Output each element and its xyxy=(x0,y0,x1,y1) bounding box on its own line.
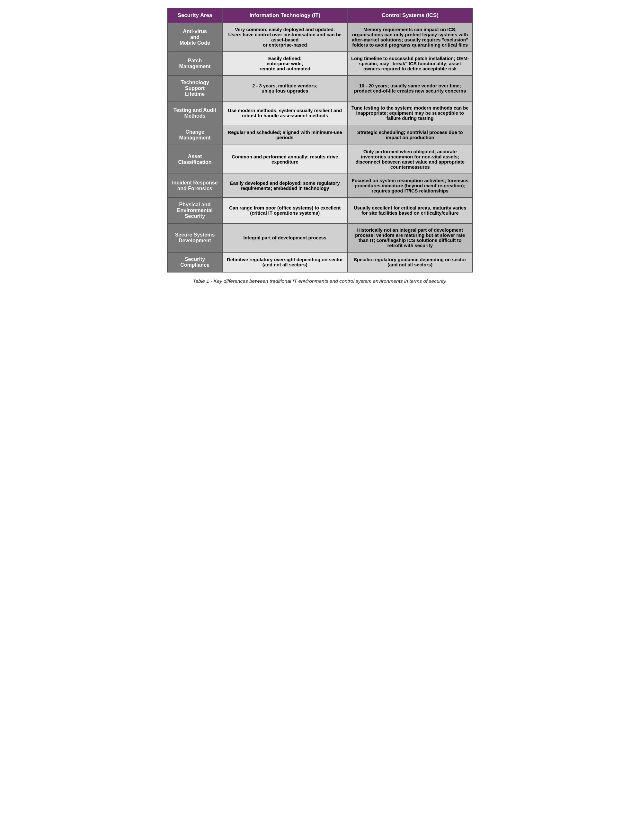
table-header-row: Security Area Information Technology (IT… xyxy=(167,8,473,23)
cell-security-area: Physical and Environmental Security xyxy=(167,198,222,223)
cell-security-area: Secure Systems Development xyxy=(167,223,222,252)
cell-it: Easily developed and deployed; some regu… xyxy=(222,174,348,198)
cell-security-area: Patch Management xyxy=(167,52,222,75)
header-security-area: Security Area xyxy=(167,8,222,23)
cell-security-area: Security Compliance xyxy=(167,252,222,272)
table-row: Technology Support Lifetime2 - 3 years, … xyxy=(167,75,473,101)
table-row: Patch ManagementEasily defined; enterpri… xyxy=(167,52,473,75)
cell-ics: Long timeline to successful patch instal… xyxy=(348,52,473,75)
table-caption: Table 1 - Key differences between tradit… xyxy=(167,278,473,284)
cell-security-area: Testing and Audit Methods xyxy=(167,101,222,125)
cell-it: Integral part of development process xyxy=(222,223,348,252)
cell-ics: Only performed when obligated; accurate … xyxy=(348,145,473,174)
table-row: Physical and Environmental SecurityCan r… xyxy=(167,198,473,223)
cell-ics: Strategic scheduling; nontrivial process… xyxy=(348,125,473,145)
table-row: Testing and Audit MethodsUse modern meth… xyxy=(167,101,473,125)
cell-security-area: Anti-virus and Mobile Code xyxy=(167,23,222,52)
cell-it: Easily defined; enterprise-wide; remote … xyxy=(222,52,348,75)
cell-ics: Tune testing to the system; modern metho… xyxy=(348,101,473,125)
table-row: Security ComplianceDefinitive regulatory… xyxy=(167,252,473,272)
cell-security-area: Technology Support Lifetime xyxy=(167,75,222,101)
cell-ics: 10 - 20 years; usually same vendor over … xyxy=(348,75,473,101)
header-it: Information Technology (IT) xyxy=(222,8,348,23)
cell-it: Can range from poor (office systems) to … xyxy=(222,198,348,223)
cell-ics: Focused on system resumption activities;… xyxy=(348,174,473,198)
cell-security-area: Change Management xyxy=(167,125,222,145)
cell-security-area: Asset Classification xyxy=(167,145,222,174)
table-row: Incident Response and ForensicsEasily de… xyxy=(167,174,473,198)
cell-ics: Historically not an integral part of dev… xyxy=(348,223,473,252)
cell-it: Use modern methods, system usually resil… xyxy=(222,101,348,125)
cell-it: Regular and scheduled; aligned with mini… xyxy=(222,125,348,145)
cell-it: Very common; easily deployed and updated… xyxy=(222,23,348,52)
cell-it: Definitive regulatory oversight dependin… xyxy=(222,252,348,272)
cell-ics: Specific regulatory guidance depending o… xyxy=(348,252,473,272)
cell-ics: Usually excellent for critical areas, ma… xyxy=(348,198,473,223)
cell-it: Common and performed annually; results d… xyxy=(222,145,348,174)
cell-ics: Memory requirements can impact on ICS; o… xyxy=(348,23,473,52)
table-row: Asset ClassificationCommon and performed… xyxy=(167,145,473,174)
comparison-table: Security Area Information Technology (IT… xyxy=(167,8,473,272)
cell-security-area: Incident Response and Forensics xyxy=(167,174,222,198)
header-ics: Control Systems (ICS) xyxy=(348,8,473,23)
table-row: Secure Systems DevelopmentIntegral part … xyxy=(167,223,473,252)
cell-it: 2 - 3 years, multiple vendors; ubiquitou… xyxy=(222,75,348,101)
table-row: Change ManagementRegular and scheduled; … xyxy=(167,125,473,145)
table-row: Anti-virus and Mobile CodeVery common; e… xyxy=(167,23,473,52)
